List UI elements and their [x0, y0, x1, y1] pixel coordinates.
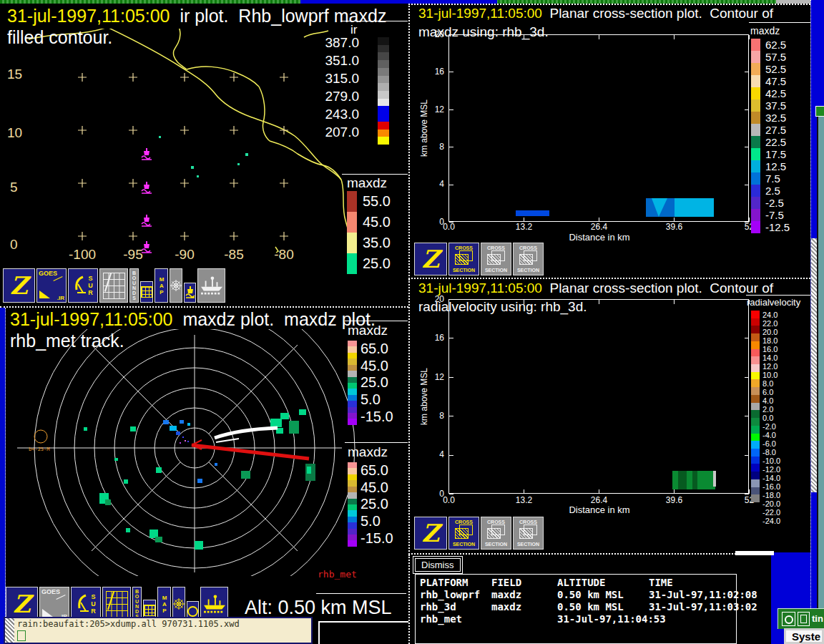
satellite-cloud-specks — [159, 136, 248, 177]
colorbar-segment — [751, 356, 760, 364]
tick-label: 13.2 — [486, 222, 561, 232]
surveillance-radar-button[interactable]: SUR — [71, 587, 101, 621]
cross-section-button-active[interactable]: CROSSSECTION — [448, 243, 479, 275]
tick-label: 6.0 — [762, 388, 805, 396]
colorbar-segment — [378, 68, 389, 76]
colorbar-segment — [751, 75, 760, 87]
goes-ir-button[interactable]: GOES .IR — [36, 268, 67, 303]
zebra-logo-button[interactable]: Z — [6, 587, 38, 621]
dismiss-button[interactable]: Dismiss — [415, 558, 461, 572]
window-menu-button[interactable] — [782, 612, 795, 626]
tick-label: 4.0 — [762, 396, 805, 405]
terminal-scrollbar[interactable] — [5, 618, 14, 643]
echo-low — [516, 210, 549, 216]
tick-label: 4 — [421, 165, 444, 203]
tick-label: -10.0 — [762, 457, 805, 465]
goes-label: GOES — [39, 270, 57, 277]
bounds-button[interactable]: BOUNDS — [129, 268, 139, 303]
bounds-button[interactable]: BOUNDS — [132, 587, 142, 621]
zebra-logo-button[interactable]: Z — [3, 268, 35, 303]
cross-section-button[interactable]: CROSSSECTION — [513, 517, 544, 550]
scrollbar-strip[interactable] — [811, 238, 817, 492]
radialvelocity-colorbar — [751, 311, 760, 502]
colorbar-segment — [751, 441, 760, 449]
tick-label: 0.0 — [411, 222, 486, 232]
colorbar-segment — [348, 487, 357, 492]
xterm-window[interactable]: rain:beaufait:205>xdump.all 970731.1105.… — [4, 617, 313, 644]
cross-section-button-active[interactable]: CROSSSECTION — [448, 517, 479, 550]
tick-label: 14.0 — [762, 353, 805, 362]
ship-button[interactable] — [200, 587, 228, 621]
colorbar-overline — [746, 295, 810, 296]
white-strip — [735, 551, 774, 555]
tick-label: -12.5 — [765, 221, 808, 233]
legend-underline — [316, 593, 406, 594]
terminal-body[interactable]: rain:beaufait:205>xdump.all 970731.1105.… — [14, 618, 311, 643]
colorbar-segment — [348, 419, 357, 424]
goes-ir-button[interactable]: GOES .IR — [39, 587, 69, 621]
tick-label: 10.0 — [762, 371, 805, 379]
altitude-readout: Alt: 0.50 km MSL — [245, 597, 392, 619]
tick-label: 22.0 — [762, 319, 805, 328]
zebra-logo-button[interactable]: Z — [414, 517, 447, 550]
grid-small-button[interactable] — [140, 281, 153, 303]
table-row: rhb_lowprfmaxdz 0.50 km MSL31-Jul-97,11:… — [420, 589, 732, 601]
tick-label: 39.6 — [637, 495, 712, 505]
tin-window-titlebar[interactable]: tin — [778, 608, 824, 629]
system-window[interactable]: Syste — [784, 628, 824, 644]
ship-button[interactable] — [197, 268, 225, 303]
panel-title: 31-jul-1997,11:05:00 Planar cross-sectio… — [418, 6, 773, 21]
map-button[interactable]: MAP — [157, 587, 171, 621]
maxdz-colorbar-1 — [348, 341, 357, 425]
colorbar-segment — [751, 87, 760, 99]
colorbar-segment — [348, 517, 357, 522]
colorbar-label: radialvelocity — [747, 297, 800, 308]
cube-icon — [519, 528, 533, 539]
colorbar-segment — [751, 395, 760, 403]
lat-tick: 10 — [7, 125, 22, 141]
radar-grid-button[interactable] — [102, 587, 131, 621]
terminal-cursor — [17, 630, 26, 641]
buoy-markers — [142, 148, 152, 253]
radar-rings-button[interactable] — [170, 268, 182, 303]
cross-section-button[interactable]: CROSSSECTION — [481, 517, 511, 550]
bounds-label: BOUNDS — [134, 589, 139, 619]
bounds-label: BOUNDS — [132, 270, 137, 301]
zebra-logo-button[interactable]: Z — [414, 243, 447, 275]
tick-label: 45.0 — [363, 212, 406, 233]
reference-marker — [34, 430, 47, 443]
window-iconify-button[interactable] — [798, 612, 810, 626]
buoy-button[interactable] — [184, 283, 196, 303]
colorbar1-label: maxdz — [348, 323, 388, 338]
tick-label: 12 — [421, 358, 444, 396]
colorbar-segment — [378, 60, 389, 68]
colorbar-segment — [348, 358, 357, 364]
terminal-command-line: rain:beaufait:205>xdump.all 970731.1105.… — [17, 619, 240, 629]
tick-label: 52.5 — [765, 63, 808, 75]
ir-colorbar-overline — [342, 21, 408, 21]
circle-icon — [187, 606, 198, 617]
ship-track — [192, 440, 309, 459]
colorbar-segment — [751, 99, 760, 112]
lon-tick: -95 — [112, 247, 154, 263]
colorbar-segment — [347, 233, 357, 253]
surveillance-radar-button[interactable]: SUR — [68, 268, 98, 303]
cross-section-button[interactable]: CROSSSECTION — [513, 243, 544, 275]
colorbar1-overline — [345, 321, 408, 321]
colorbar-segment — [348, 535, 357, 540]
reference-marker-label: b<-25-M — [29, 447, 50, 452]
y-tick-labels: 201612840 — [421, 280, 444, 513]
echo-velocity — [672, 471, 715, 489]
colorbar-segment — [751, 326, 760, 333]
colorbar-segment — [378, 45, 389, 53]
x-ticks-top — [448, 35, 750, 39]
radar-grid-button[interactable] — [99, 268, 128, 303]
radar-rings-button[interactable] — [172, 587, 185, 621]
map-button[interactable]: MAP — [154, 268, 168, 303]
green-window-button[interactable] — [815, 106, 824, 117]
tick-label: 13.2 — [486, 495, 561, 505]
cross-section-button[interactable]: CROSSSECTION — [481, 243, 511, 275]
tick-label: 387.0 — [319, 34, 359, 52]
colorbar-overline — [749, 22, 810, 23]
colorbar-segment — [751, 148, 760, 160]
